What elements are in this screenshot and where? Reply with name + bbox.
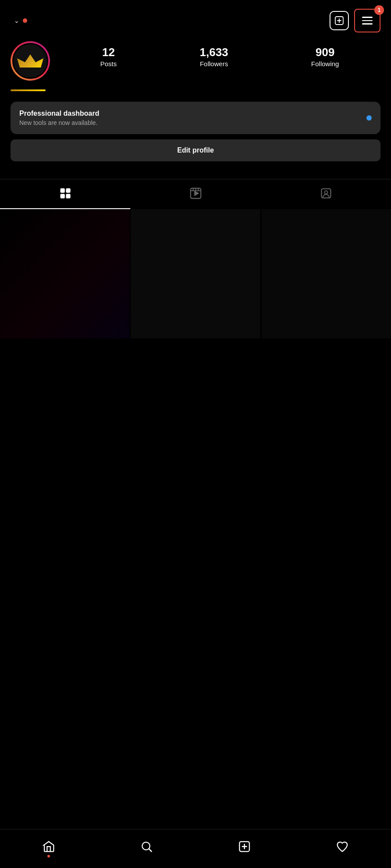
new-post-button[interactable] (330, 11, 349, 30)
heart-icon (336, 840, 349, 853)
menu-badge: 1 (374, 5, 384, 15)
edit-profile-button[interactable]: Edit profile (11, 139, 380, 161)
svg-marker-8 (194, 191, 198, 195)
grid-cell[interactable] (262, 209, 391, 338)
dashboard-subtitle: New tools are now available. (19, 119, 99, 126)
following-stat[interactable]: 909 Following (311, 46, 339, 68)
profile-section: 12 Posts 1,633 Followers 909 Following (0, 37, 391, 91)
tab-tagged[interactable] (261, 179, 391, 209)
home-icon (42, 840, 55, 853)
avatar-ring (11, 41, 50, 81)
posts-label: Posts (100, 60, 117, 68)
nav-search[interactable] (133, 836, 160, 857)
menu-button[interactable]: 1 (354, 9, 380, 32)
svg-rect-4 (66, 189, 70, 192)
professional-dashboard-card[interactable]: Professional dashboard New tools are now… (11, 102, 380, 134)
dashboard-notification-dot (366, 115, 372, 121)
gold-decoration (11, 89, 46, 91)
profile-info (11, 86, 380, 91)
avatar (12, 43, 48, 79)
plus-square-icon (334, 15, 344, 26)
avatar-container[interactable] (11, 41, 50, 81)
avatar-hat-decoration (17, 54, 43, 68)
stats-row: 12 Posts 1,633 Followers 909 Following (59, 41, 380, 68)
grid-cell[interactable] (131, 209, 260, 338)
plus-square-nav-icon (238, 840, 251, 853)
dashboard-text: Professional dashboard New tools are now… (19, 110, 99, 126)
bottom-nav (0, 829, 391, 868)
grid-content (0, 209, 391, 338)
tab-reels[interactable] (130, 179, 261, 209)
header-actions: 1 (330, 9, 380, 32)
svg-point-14 (324, 191, 327, 194)
grid-cell[interactable] (0, 209, 129, 338)
followers-label: Followers (200, 60, 228, 68)
nav-new-post[interactable] (231, 836, 258, 857)
posts-count: 12 (102, 46, 115, 59)
chevron-down-icon: ⌄ (14, 17, 19, 24)
content-tabs (0, 179, 391, 209)
tab-grid[interactable] (0, 179, 130, 209)
followers-stat[interactable]: 1,633 Followers (200, 46, 228, 68)
nav-activity[interactable] (329, 836, 355, 857)
dashboard-title: Professional dashboard (19, 110, 99, 117)
grid-icon (59, 187, 72, 201)
followers-count: 1,633 (200, 46, 228, 59)
svg-rect-5 (61, 194, 64, 198)
following-label: Following (311, 60, 339, 68)
search-icon (140, 840, 153, 853)
username-area[interactable]: ⌄ (11, 17, 27, 24)
following-count: 909 (316, 46, 334, 59)
svg-rect-6 (66, 194, 70, 198)
svg-rect-3 (61, 189, 64, 192)
top-header: ⌄ 1 (0, 0, 391, 37)
tagged-icon (320, 187, 332, 201)
hamburger-icon (362, 17, 373, 25)
profile-top: 12 Posts 1,633 Followers 909 Following (11, 41, 380, 81)
reels-icon (190, 187, 202, 201)
live-dot (23, 18, 27, 23)
home-active-dot (47, 855, 50, 857)
nav-home[interactable] (36, 836, 62, 857)
posts-stat[interactable]: 12 Posts (100, 46, 117, 68)
svg-line-16 (149, 849, 152, 852)
